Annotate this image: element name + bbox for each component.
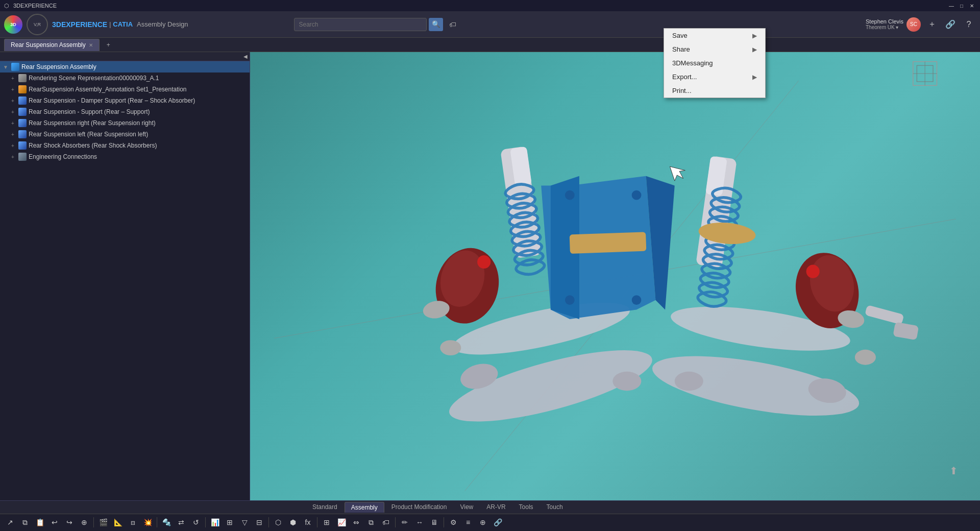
add-button[interactable]: ＋ <box>925 17 939 32</box>
select-tool-button[interactable]: ↗ <box>3 515 17 529</box>
redo-button[interactable]: ↪ <box>62 515 77 529</box>
tree-expand-icon[interactable]: + <box>9 98 16 104</box>
snap-button[interactable]: 🔗 <box>491 515 505 529</box>
title-text: 3DEXPERIENCE <box>13 3 57 9</box>
tree-item[interactable]: + Rear Shock Absorbers (Rear Shock Absor… <box>0 140 250 151</box>
grid-button[interactable]: ⊞ <box>223 515 237 529</box>
tree-expand-icon[interactable]: + <box>9 120 16 126</box>
play-controls: V,R <box>27 14 48 35</box>
tab-product-modification[interactable]: Product Modification <box>385 502 453 512</box>
tag-button[interactable]: 🏷 <box>445 18 460 31</box>
tree-label: RearSuspension Assembly_Annotation Set1_… <box>29 86 248 93</box>
export-label: Export... <box>672 73 697 81</box>
compare-button[interactable]: ⊕ <box>476 515 490 529</box>
tag-tool-button[interactable]: 🏷 <box>379 515 393 529</box>
tree-item[interactable]: + RearSuspension Assembly_Annotation Set… <box>0 84 250 95</box>
title-left: ⬡ 3DEXPERIENCE <box>4 3 57 9</box>
tree-icon-box <box>18 152 27 161</box>
copy-button[interactable]: ⧉ <box>18 515 32 529</box>
dimension-button[interactable]: ↔ <box>412 515 427 529</box>
measure-button[interactable]: 📐 <box>111 515 125 529</box>
tree-item[interactable]: + Rear Suspension right (Rear Suspension… <box>0 117 250 129</box>
tree-expand-icon[interactable]: + <box>9 154 16 160</box>
tab-touch[interactable]: Touch <box>541 502 569 512</box>
tab-tools[interactable]: Tools <box>513 502 540 512</box>
pattern-button[interactable]: ⧉ <box>364 515 378 529</box>
tab-assembly[interactable]: Assembly <box>345 502 384 513</box>
minimize-button[interactable]: — <box>947 2 955 9</box>
mirror-button[interactable]: ⇔ <box>349 515 363 529</box>
tree-expand-icon[interactable]: + <box>9 87 16 92</box>
tree-item[interactable]: ▼ Rear Suspension Assembly <box>0 61 250 73</box>
menu-item-3dmessaging[interactable]: 3DMessaging <box>664 56 765 70</box>
share-arrow-icon: ▶ <box>752 46 757 53</box>
transform-button[interactable]: ⊕ <box>77 515 91 529</box>
navigation-cube[interactable]: ⬆ <box>949 465 970 485</box>
tree-expand-icon[interactable]: + <box>9 76 16 81</box>
layers-button[interactable]: ≡ <box>461 515 475 529</box>
constraint-button[interactable]: ⊟ <box>252 515 266 529</box>
svg-point-4 <box>612 372 641 391</box>
panel-collapse-button[interactable]: ◀ <box>243 54 248 59</box>
render-button[interactable]: 🖥 <box>427 515 442 529</box>
move-button[interactable]: ⇄ <box>174 515 188 529</box>
connection-icon <box>18 153 27 161</box>
document-tab[interactable]: Rear Suspension Assembly ✕ <box>4 39 100 51</box>
user-area[interactable]: Stephen Clevis Theorem UK ▾ SC <box>866 17 921 32</box>
share-label: Share <box>672 45 690 53</box>
annotate-button[interactable]: ✏ <box>398 515 412 529</box>
right-toolbar: Stephen Clevis Theorem UK ▾ SC ＋ 🔗 ? <box>866 17 976 32</box>
tree-expand-icon[interactable]: + <box>9 132 16 137</box>
assemble-button[interactable]: 🔩 <box>159 515 174 529</box>
close-button[interactable]: ✕ <box>968 2 976 9</box>
share-button[interactable]: 🔗 <box>943 17 958 32</box>
tree-expand-icon[interactable]: + <box>9 109 16 115</box>
search-button[interactable]: 🔍 <box>429 18 443 31</box>
new-tab-button[interactable]: + <box>101 39 116 51</box>
table-button[interactable]: ⊞ <box>320 515 334 529</box>
part-icon <box>18 108 27 116</box>
tree-item[interactable]: + Engineering Connections <box>0 151 250 162</box>
menu-item-print[interactable]: Print... <box>664 84 765 98</box>
side-panel: ◀ ▼ Rear Suspension Assembly + Rendering… <box>0 52 250 500</box>
refresh-button[interactable]: ↺ <box>189 515 203 529</box>
tree-item[interactable]: + Rear Suspension left (Rear Suspension … <box>0 129 250 140</box>
section-button[interactable]: ⧈ <box>126 515 140 529</box>
paste-button[interactable]: 📋 <box>33 515 47 529</box>
chart-button[interactable]: 📈 <box>334 515 349 529</box>
filter-button[interactable]: ▽ <box>237 515 252 529</box>
tree-label: Engineering Connections <box>29 153 248 160</box>
scene-button[interactable]: 🎬 <box>96 515 110 529</box>
tree-icon-box <box>18 118 27 128</box>
explode-button[interactable]: 💥 <box>140 515 155 529</box>
part1-button[interactable]: ⬡ <box>271 515 285 529</box>
viewport[interactable]: ⬆ <box>250 52 980 500</box>
scene-icon <box>18 74 27 82</box>
save-label: Save <box>672 32 688 39</box>
tab-standard[interactable]: Standard <box>306 502 344 512</box>
undo-button[interactable]: ↩ <box>47 515 62 529</box>
catia-label: CATIA <box>113 20 133 28</box>
tree-item[interactable]: + Rendering Scene Representation00000093… <box>0 73 250 84</box>
tree-label: Rear Suspension left (Rear Suspension le… <box>29 131 248 138</box>
tab-close-icon[interactable]: ✕ <box>89 42 93 48</box>
menu-item-export[interactable]: Export... ▶ <box>664 70 765 84</box>
3dmessaging-label: 3DMessaging <box>672 59 713 67</box>
formula-button[interactable]: fx <box>301 515 315 529</box>
part2-button[interactable]: ⬢ <box>286 515 300 529</box>
menu-item-share[interactable]: Share ▶ <box>664 42 765 56</box>
svg-point-20 <box>440 340 461 355</box>
main-toolbar: 3D V,R 3DEXPERIENCE | CATIA Assembly Des… <box>0 11 980 38</box>
search-input[interactable] <box>294 18 427 31</box>
tree-expand-icon[interactable]: + <box>9 143 16 149</box>
tree-expand-icon[interactable]: ▼ <box>2 64 9 70</box>
settings-button[interactable]: ⚙ <box>446 515 460 529</box>
maximize-button[interactable]: □ <box>958 2 966 9</box>
tab-ar-vr[interactable]: AR-VR <box>480 502 511 512</box>
help-button[interactable]: ? <box>962 17 976 32</box>
tree-item[interactable]: + Rear Suspension - Damper Support (Rear… <box>0 95 250 106</box>
analysis-button[interactable]: 📊 <box>208 515 222 529</box>
tab-view[interactable]: View <box>454 502 479 512</box>
tree-item[interactable]: + Rear Suspension - Support (Rear – Supp… <box>0 106 250 117</box>
menu-item-save[interactable]: Save ▶ <box>664 29 765 42</box>
